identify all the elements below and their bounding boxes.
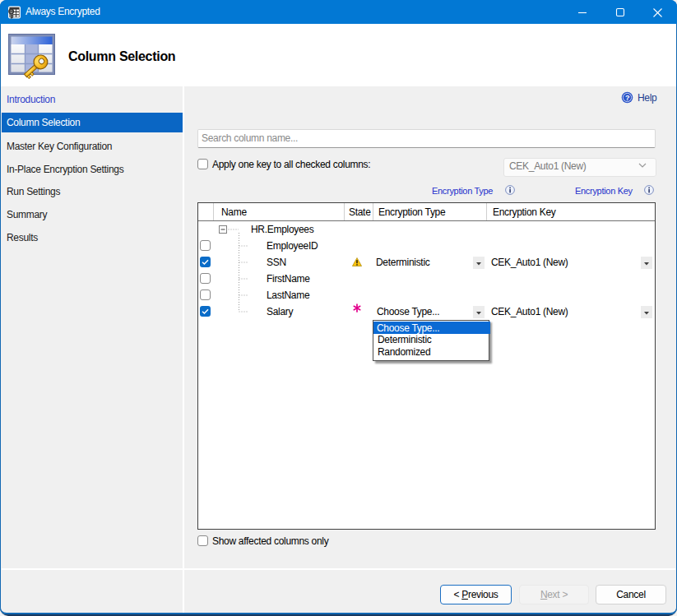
svg-text:?: ? (625, 94, 629, 102)
